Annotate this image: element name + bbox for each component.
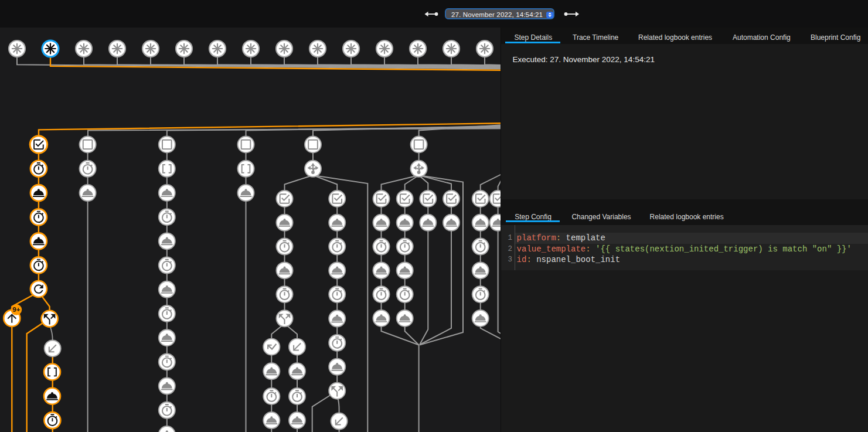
svg-text:9+: 9+ [12, 306, 20, 313]
